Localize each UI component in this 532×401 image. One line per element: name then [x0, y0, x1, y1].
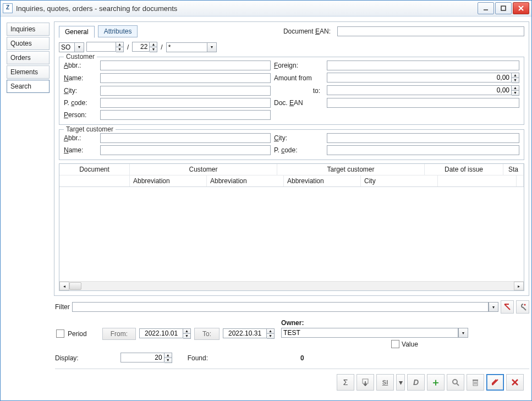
sidebar-item-orders[interactable]: Orders — [7, 51, 50, 64]
cancel-button[interactable] — [506, 374, 524, 391]
delete-button[interactable] — [467, 374, 484, 391]
d-button[interactable]: D — [407, 374, 425, 391]
scrollbar-thumb[interactable] — [69, 282, 81, 290]
target-pcode-input[interactable] — [327, 145, 519, 155]
period-to-stepper[interactable]: ▲▼ — [267, 328, 275, 339]
display-stepper[interactable]: ▲▼ — [164, 353, 172, 363]
scroll-right-icon[interactable]: ▸ — [514, 282, 524, 290]
svg-rect-1 — [501, 6, 506, 10]
period-from-stepper[interactable]: ▲▼ — [183, 328, 191, 339]
col-customer-abbr2[interactable]: Abbreviation — [207, 175, 284, 186]
sigma-button[interactable]: Σ — [337, 374, 354, 391]
doc-year-input[interactable] — [132, 42, 150, 52]
doc-seq-input[interactable] — [86, 42, 116, 52]
sidebar-item-quotes[interactable]: Quotes — [7, 37, 50, 50]
results-table: Document Customer Target customer Date o… — [59, 163, 524, 291]
close-window-button[interactable] — [513, 2, 529, 14]
display-input[interactable] — [120, 353, 164, 362]
doc-pattern-value[interactable] — [166, 42, 207, 52]
customer-person-input[interactable] — [100, 110, 271, 120]
sidebar-item-search[interactable]: Search — [7, 80, 50, 93]
customer-group: Customer Abbr.: Foreign: Name: Amount fr… — [59, 57, 524, 125]
si-button[interactable]: SI — [376, 374, 394, 391]
owner-label: Owner: — [281, 319, 304, 327]
t-name-label: Name: — [64, 146, 97, 154]
table-body-empty[interactable] — [59, 187, 524, 281]
filter-reset-button[interactable] — [501, 300, 514, 314]
target-city-input[interactable] — [327, 133, 519, 143]
owner-chevron-down-icon[interactable]: ▾ — [458, 328, 468, 338]
svg-rect-12 — [473, 380, 478, 381]
maximize-button[interactable] — [495, 2, 512, 14]
customer-name-input[interactable] — [100, 73, 271, 83]
name-label: Name: — [64, 74, 97, 82]
col-document[interactable]: Document — [59, 164, 130, 175]
found-value: 0 — [300, 354, 304, 362]
footer-toolbar: Σ SI ▾ D ＋ — [55, 369, 529, 395]
filter-config-button[interactable] — [516, 300, 529, 314]
filter-label: Filter — [55, 303, 70, 311]
amount-from-input[interactable] — [327, 73, 512, 83]
minimize-button[interactable] — [478, 2, 494, 14]
customer-legend: Customer — [64, 53, 97, 61]
col-status[interactable]: Sta — [503, 164, 524, 175]
target-abbr-input[interactable] — [100, 133, 271, 143]
doc-pattern-dropdown[interactable]: ▾ — [166, 42, 217, 52]
scroll-left-icon[interactable]: ◂ — [59, 282, 69, 290]
col-customer-abbr[interactable]: Abbreviation — [130, 175, 207, 186]
customer-foreign-input[interactable] — [327, 61, 519, 70]
col-customer[interactable]: Customer — [130, 164, 277, 175]
si-dropdown-button[interactable]: ▾ — [396, 374, 405, 391]
pcode-label: P. code: — [64, 99, 97, 107]
sidebar-item-elements[interactable]: Elements — [7, 65, 50, 79]
customer-city-input[interactable] — [100, 86, 271, 96]
amount-from-label: Amount from — [274, 74, 323, 82]
sidebar-item-inquiries[interactable]: Inquiries — [7, 23, 50, 36]
period-from-input[interactable] — [139, 328, 183, 338]
target-name-input[interactable] — [100, 145, 271, 155]
amount-to-input[interactable] — [327, 85, 512, 95]
chevron-down-icon[interactable]: ▾ — [207, 42, 217, 52]
customer-docean-input[interactable] — [327, 98, 519, 108]
search-button[interactable] — [447, 374, 464, 391]
period-from-button[interactable]: From: — [102, 328, 136, 340]
doc-prefix-dropdown[interactable]: ▾ — [59, 42, 84, 52]
tab-attributes[interactable]: Attributes — [98, 25, 138, 37]
doc-ean-label: Doc. EAN — [274, 99, 323, 107]
add-button[interactable]: ＋ — [427, 374, 445, 391]
customer-pcode-input[interactable] — [100, 98, 271, 108]
sigma-icon: Σ — [343, 378, 348, 387]
filter-chevron-down-icon[interactable]: ▾ — [489, 302, 498, 312]
col-target-customer[interactable]: Target customer — [277, 164, 425, 175]
horizontal-scrollbar[interactable]: ◂ ▸ — [59, 281, 524, 290]
amount-from-stepper[interactable]: ▲▼ — [512, 73, 519, 83]
period-checkbox[interactable] — [56, 329, 64, 338]
customer-abbr-input[interactable] — [100, 61, 271, 70]
doc-seq-stepper[interactable]: ▲▼ — [116, 42, 124, 52]
tab-general[interactable]: General — [59, 26, 95, 38]
si-icon: SI — [382, 379, 388, 386]
filter-input[interactable] — [72, 302, 489, 312]
owner-input[interactable] — [281, 328, 458, 338]
svg-point-4 — [524, 304, 526, 306]
title-bar: Z Inquiries, quotes, orders - searching … — [1, 1, 531, 17]
document-ean-input[interactable] — [337, 26, 524, 36]
period-to-button[interactable]: To: — [194, 328, 220, 340]
amount-to-stepper[interactable]: ▲▼ — [512, 85, 519, 96]
col-target-abbr[interactable]: Abbreviation — [284, 175, 361, 186]
person-label: Person: — [64, 111, 97, 119]
chevron-down-icon[interactable]: ▾ — [74, 42, 84, 52]
table-header-top: Document Customer Target customer Date o… — [59, 164, 524, 175]
value-checkbox[interactable] — [391, 340, 399, 348]
edit-button[interactable] — [486, 374, 504, 391]
found-label: Found: — [188, 354, 208, 362]
col-date-of-issue[interactable]: Date of issue — [425, 164, 503, 175]
display-label: Display: — [55, 354, 79, 362]
doc-prefix-value[interactable] — [59, 42, 74, 52]
sidebar: Inquiries Quotes Orders Elements Search — [6, 21, 51, 395]
t-pcode-label: P. code: — [274, 146, 323, 154]
col-target-city[interactable]: City — [361, 175, 438, 186]
period-to-input[interactable] — [223, 328, 267, 338]
doc-year-stepper[interactable]: ▲▼ — [150, 42, 157, 52]
export-down-button[interactable] — [357, 374, 374, 391]
